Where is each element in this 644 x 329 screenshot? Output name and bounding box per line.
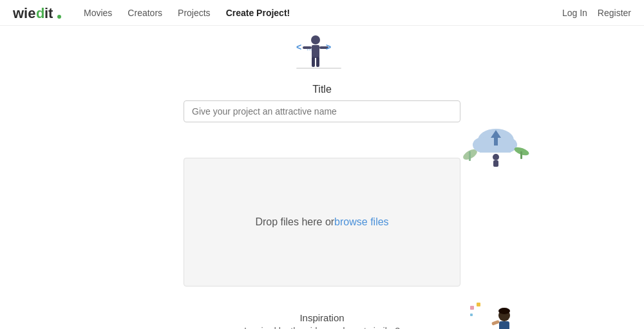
svg-text:it: it: [44, 5, 53, 21]
dropzone-text: Drop files here or: [255, 216, 334, 228]
inspiration-sub: Inspired by the video and want similar?: [244, 326, 400, 329]
svg-point-29: [498, 308, 510, 314]
svg-rect-6: [312, 57, 315, 67]
svg-text:wie: wie: [13, 5, 35, 21]
svg-rect-24: [520, 151, 522, 159]
inspiration-label: Inspiration: [299, 312, 344, 323]
title-section: Title: [0, 84, 644, 122]
cloud-illustration: [460, 116, 531, 167]
svg-rect-30: [499, 321, 509, 329]
svg-rect-25: [470, 306, 474, 310]
register-link[interactable]: Register: [598, 8, 631, 18]
nav-create-project[interactable]: Create Project!: [226, 8, 290, 18]
svg-rect-15: [469, 151, 471, 161]
svg-point-3: [57, 15, 61, 19]
navbar: wie d it Movies Creators Projects Create…: [0, 0, 644, 26]
person-illustration: [467, 299, 518, 329]
svg-rect-7: [316, 57, 319, 67]
inspiration-section: Inspiration Inspired by the video and wa…: [0, 312, 644, 329]
svg-rect-22: [493, 160, 498, 167]
svg-text:...: ...: [307, 44, 312, 52]
nav-projects[interactable]: Projects: [178, 8, 211, 18]
browse-files-link[interactable]: browse files: [334, 216, 388, 228]
svg-rect-5: [312, 45, 319, 58]
svg-text:<: <: [296, 42, 301, 52]
svg-text:>: >: [326, 42, 331, 52]
title-input[interactable]: [184, 100, 460, 122]
nav-movies[interactable]: Movies: [84, 8, 112, 18]
dropzone[interactable]: Drop files here or browse files: [184, 158, 460, 287]
login-link[interactable]: Log In: [562, 8, 587, 18]
svg-rect-13: [296, 68, 341, 69]
svg-point-21: [493, 154, 499, 160]
svg-rect-27: [470, 314, 473, 316]
nav-creators[interactable]: Creators: [128, 8, 162, 18]
svg-text:d: d: [36, 5, 44, 21]
svg-point-4: [311, 35, 320, 44]
svg-rect-33: [491, 320, 500, 326]
svg-rect-26: [477, 303, 480, 306]
title-label: Title: [312, 84, 332, 95]
nav-links: Movies Creators Projects Create Project!: [84, 7, 290, 19]
main-content: < ... > Title: [0, 26, 644, 329]
top-illustration: < ... >: [290, 32, 354, 84]
logo[interactable]: wie d it: [13, 4, 64, 22]
nav-auth: Log In Register: [562, 8, 631, 18]
